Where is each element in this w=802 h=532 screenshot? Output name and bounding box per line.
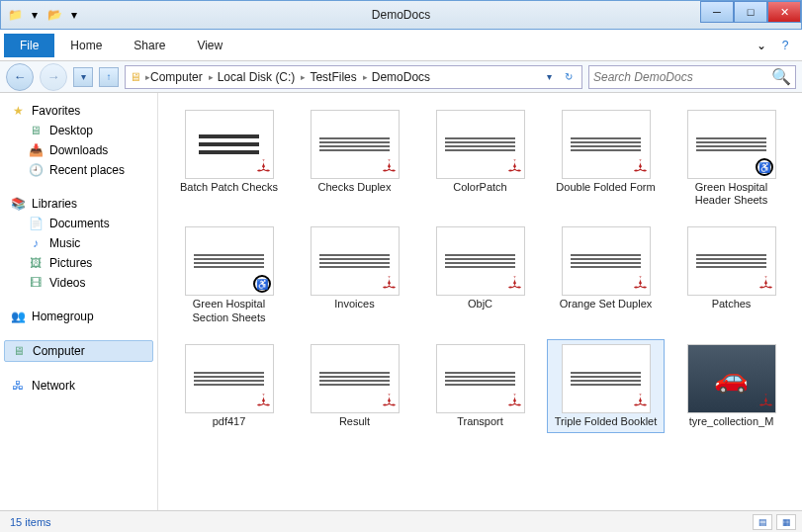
sidebar-item-documents[interactable]: 📄Documents bbox=[4, 214, 153, 233]
sidebar-item-downloads[interactable]: 📥Downloads bbox=[4, 140, 153, 160]
file-thumbnail bbox=[311, 226, 400, 296]
accessibility-badge-icon: ♿ bbox=[253, 275, 271, 293]
ribbon-tab-home[interactable]: Home bbox=[54, 34, 118, 57]
file-item[interactable]: Double Folded Form bbox=[547, 105, 665, 212]
file-item[interactable]: Triple Folded Booklet bbox=[547, 339, 665, 433]
file-item[interactable]: Transport bbox=[421, 339, 539, 433]
title-bar: 📁 ▾ 📂 ▾ DemoDocs ─ □ ✕ bbox=[0, 0, 802, 30]
qat-folder-icon[interactable]: 📂 bbox=[46, 7, 62, 23]
sidebar-item-videos[interactable]: 🎞Videos bbox=[4, 273, 153, 293]
file-thumbnail: ♿ bbox=[185, 226, 274, 296]
crumb-disk[interactable]: Local Disk (C:) bbox=[218, 70, 296, 84]
minimize-button[interactable]: ─ bbox=[700, 1, 734, 23]
ribbon-collapse-icon[interactable]: ⌄ bbox=[753, 37, 770, 54]
refresh-icon[interactable]: ↻ bbox=[560, 68, 578, 86]
file-view[interactable]: Batch Patch ChecksChecks DuplexColorPatc… bbox=[158, 93, 802, 510]
file-name: Triple Folded Booklet bbox=[555, 415, 658, 428]
nav-forward-button[interactable]: → bbox=[40, 63, 67, 91]
address-folder-icon: 🖥 bbox=[130, 70, 141, 84]
pdf-badge-icon bbox=[253, 393, 271, 410]
ribbon-bar: File Home Share View ⌄ ? bbox=[0, 30, 802, 61]
file-thumbnail bbox=[436, 344, 525, 413]
sidebar-network[interactable]: 🖧Network bbox=[4, 376, 153, 396]
sidebar-libraries[interactable]: 📚Libraries bbox=[4, 194, 153, 214]
nav-back-button[interactable]: ← bbox=[6, 63, 34, 91]
nav-history-dropdown[interactable]: ▾ bbox=[73, 67, 93, 87]
search-icon[interactable]: 🔍 bbox=[771, 67, 791, 86]
sidebar-item-desktop[interactable]: 🖥Desktop bbox=[4, 121, 153, 140]
sidebar-item-music[interactable]: ♪Music bbox=[4, 233, 153, 253]
close-button[interactable]: ✕ bbox=[767, 1, 801, 23]
file-item[interactable]: ObjC bbox=[421, 222, 539, 328]
ribbon-tab-share[interactable]: Share bbox=[118, 34, 181, 57]
address-bar[interactable]: 🖥 ▸ Computer▸ Local Disk (C:)▸ TestFiles… bbox=[125, 65, 582, 89]
file-name: Orange Set Duplex bbox=[560, 298, 653, 310]
desktop-icon: 🖥 bbox=[28, 124, 44, 137]
nav-bar: ← → ▾ ↑ 🖥 ▸ Computer▸ Local Disk (C:)▸ T… bbox=[0, 61, 802, 93]
sidebar-homegroup[interactable]: 👥Homegroup bbox=[4, 307, 153, 326]
view-icons-button[interactable]: ▦ bbox=[776, 514, 796, 530]
file-name: Result bbox=[339, 415, 370, 428]
pdf-badge-icon bbox=[504, 393, 522, 410]
crumb-computer[interactable]: Computer bbox=[150, 70, 203, 84]
computer-icon: 🖥 bbox=[11, 344, 27, 358]
file-name: ObjC bbox=[468, 298, 492, 310]
sidebar-favorites[interactable]: ★Favorites bbox=[4, 101, 153, 121]
file-item[interactable]: 🚗tyre_collection_M bbox=[672, 339, 790, 433]
pdf-badge-icon bbox=[630, 275, 648, 293]
address-dropdown-icon[interactable]: ▾ bbox=[540, 68, 558, 86]
sidebar-item-recent[interactable]: 🕘Recent places bbox=[4, 160, 153, 180]
videos-icon: 🎞 bbox=[28, 276, 44, 290]
sidebar-computer[interactable]: 🖥Computer bbox=[4, 340, 153, 362]
file-item[interactable]: Patches bbox=[672, 222, 790, 328]
music-icon: ♪ bbox=[28, 236, 44, 250]
file-item[interactable]: ColorPatch bbox=[421, 105, 539, 212]
search-box[interactable]: 🔍 bbox=[588, 65, 796, 89]
file-thumbnail bbox=[185, 344, 274, 413]
accessibility-badge-icon: ♿ bbox=[756, 158, 773, 176]
sidebar-item-pictures[interactable]: 🖼Pictures bbox=[4, 253, 153, 273]
downloads-icon: 📥 bbox=[28, 143, 44, 157]
pdf-badge-icon bbox=[253, 158, 271, 176]
star-icon: ★ bbox=[10, 104, 26, 118]
file-item[interactable]: ♿Green Hospital Section Sheets bbox=[170, 222, 288, 328]
file-item[interactable]: Batch Patch Checks bbox=[170, 105, 288, 212]
file-name: Checks Duplex bbox=[318, 181, 392, 194]
file-item[interactable]: Result bbox=[296, 339, 413, 433]
crumb-demodocs[interactable]: DemoDocs bbox=[372, 70, 430, 84]
file-name: Invoices bbox=[334, 298, 374, 310]
pdf-badge-icon bbox=[504, 158, 522, 176]
view-details-button[interactable]: ▤ bbox=[753, 514, 772, 530]
pdf-badge-icon bbox=[756, 393, 773, 410]
file-name: pdf417 bbox=[213, 415, 246, 428]
maximize-button[interactable]: □ bbox=[734, 1, 767, 23]
nav-up-button[interactable]: ↑ bbox=[99, 67, 119, 87]
file-name: Transport bbox=[457, 415, 503, 428]
file-thumbnail bbox=[311, 110, 400, 179]
file-thumbnail bbox=[562, 110, 651, 179]
ribbon-tab-view[interactable]: View bbox=[181, 34, 238, 57]
file-item[interactable]: Orange Set Duplex bbox=[547, 222, 665, 328]
ribbon-file-tab[interactable]: File bbox=[4, 34, 54, 57]
file-item[interactable]: ♿Green Hospital Header Sheets bbox=[672, 105, 790, 212]
pdf-badge-icon bbox=[379, 275, 397, 293]
qat-down2-icon[interactable]: ▾ bbox=[66, 7, 82, 23]
help-icon[interactable]: ? bbox=[776, 37, 794, 54]
window-title: DemoDocs bbox=[372, 8, 430, 22]
search-input[interactable] bbox=[593, 70, 771, 84]
file-name: ColorPatch bbox=[453, 181, 506, 194]
file-thumbnail bbox=[436, 110, 525, 179]
network-icon: 🖧 bbox=[10, 379, 26, 393]
status-item-count: 15 items bbox=[10, 516, 51, 528]
file-item[interactable]: Checks Duplex bbox=[296, 105, 413, 212]
file-thumbnail bbox=[562, 226, 651, 296]
crumb-testfiles[interactable]: TestFiles bbox=[310, 70, 356, 84]
pdf-badge-icon bbox=[379, 158, 397, 176]
file-item[interactable]: Invoices bbox=[296, 222, 413, 328]
pdf-badge-icon bbox=[379, 393, 397, 410]
file-name: Green Hospital Section Sheets bbox=[175, 298, 283, 323]
file-name: Batch Patch Checks bbox=[180, 181, 278, 194]
qat-down-icon[interactable]: ▾ bbox=[27, 7, 43, 23]
file-item[interactable]: pdf417 bbox=[170, 339, 288, 433]
file-name: Green Hospital Header Sheets bbox=[677, 181, 785, 207]
